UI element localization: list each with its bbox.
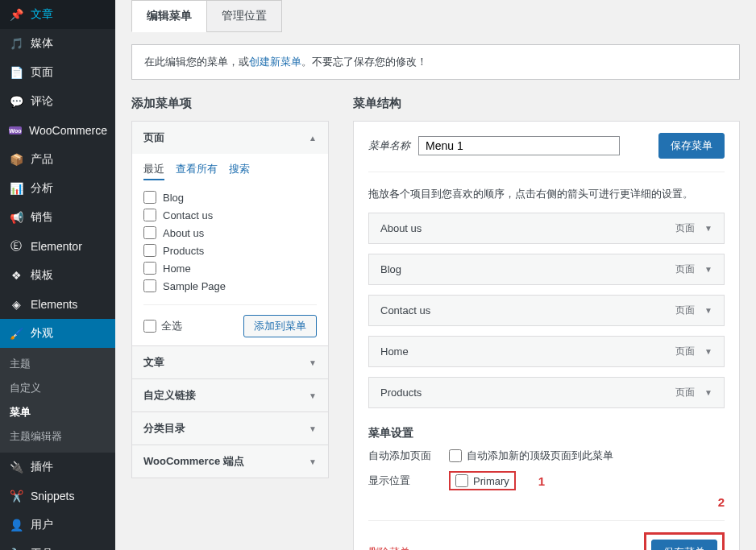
- sidebar-item-users[interactable]: 👤用户: [0, 511, 115, 540]
- accordion-categories: 分类目录 ▼: [131, 411, 329, 445]
- accordion-pages-header[interactable]: 页面 ▲: [132, 122, 328, 154]
- tab-edit-menu[interactable]: 编辑菜单: [131, 0, 207, 32]
- brush-icon: 🖌️: [8, 325, 24, 341]
- caret-down-icon: ▼: [704, 224, 712, 233]
- auto-add-label: 自动添加页面: [368, 449, 433, 463]
- save-menu-button-top[interactable]: 保存菜单: [658, 133, 725, 159]
- help-text: 拖放各个项目到您喜欢的顺序，点击右侧的箭头可进行更详细的设置。: [368, 187, 725, 201]
- snippets-icon: ✂️: [8, 488, 24, 504]
- accordion-categories-header[interactable]: 分类目录 ▼: [132, 412, 328, 445]
- sidebar-item-comments[interactable]: 💬评论: [0, 87, 115, 116]
- caret-down-icon: ▼: [309, 457, 317, 466]
- accordion-pages: 页面 ▲ 最近 查看所有 搜索 Blog Contact us About us: [131, 121, 329, 346]
- sidebar-item-snippets[interactable]: ✂️Snippets: [0, 482, 115, 511]
- elementor-icon: Ⓔ: [8, 238, 24, 254]
- menu-item-contact[interactable]: Contact us 页面▼: [368, 295, 725, 326]
- subtab-view-all[interactable]: 查看所有: [176, 162, 218, 180]
- subtab-search[interactable]: 搜索: [229, 162, 250, 180]
- marketing-icon: 📢: [8, 209, 24, 225]
- structure-title: 菜单结构: [353, 96, 740, 111]
- caret-down-icon: ▼: [704, 388, 712, 397]
- sidebar-item-woocommerce[interactable]: WooWooCommerce: [0, 116, 115, 145]
- menu-name-input[interactable]: [418, 136, 620, 155]
- menu-panel: 菜单名称 保存菜单 拖放各个项目到您喜欢的顺序，点击右侧的箭头可进行更详细的设置…: [353, 121, 740, 550]
- template-icon: ❖: [8, 267, 24, 283]
- caret-down-icon: ▼: [309, 358, 317, 367]
- check-home[interactable]: [143, 262, 156, 275]
- create-menu-link[interactable]: 创建新菜单: [249, 56, 301, 68]
- caret-down-icon: ▼: [309, 424, 317, 433]
- page-icon: 📄: [8, 64, 24, 81]
- sidebar-item-media[interactable]: 🎵媒体: [0, 29, 115, 58]
- menu-name-label: 菜单名称: [368, 139, 410, 153]
- menu-settings-title: 菜单设置: [368, 426, 725, 440]
- delete-menu-link[interactable]: 删除菜单: [368, 545, 410, 550]
- annotation-2: 2: [718, 495, 725, 509]
- accordion-custom-links-header[interactable]: 自定义链接 ▼: [132, 379, 328, 411]
- woo-icon: Woo: [8, 122, 23, 139]
- info-notice: 在此编辑您的菜单，或创建新菜单。不要忘了保存您的修改！: [131, 44, 740, 80]
- sidebar-item-marketing[interactable]: 📢销售: [0, 203, 115, 232]
- check-products[interactable]: [143, 244, 156, 257]
- nav-tabs: 编辑菜单 管理位置: [131, 0, 740, 32]
- pin-icon: 📌: [8, 6, 24, 23]
- accordion-custom-links: 自定义链接 ▼: [131, 378, 329, 412]
- accordion-posts: 文章 ▼: [131, 345, 329, 379]
- sidebar-item-posts[interactable]: 📌文章: [0, 0, 115, 29]
- check-about[interactable]: [143, 226, 156, 239]
- admin-sidebar: 📌文章 🎵媒体 📄页面 💬评论 WooWooCommerce 📦产品 📊分析 📢…: [0, 0, 115, 550]
- accordion-woo-endpoints: WooCommerce 端点 ▼: [131, 445, 329, 478]
- sidebar-item-tools[interactable]: 🔧工具: [0, 540, 115, 550]
- page-checklist: Blog Contact us About us Products Home S…: [143, 188, 317, 295]
- comment-icon: 💬: [8, 93, 24, 110]
- annotation-1: 1: [538, 474, 545, 488]
- sidebar-sub-themes[interactable]: 主题: [0, 352, 115, 376]
- subtab-recent[interactable]: 最近: [143, 162, 164, 180]
- annotation-box-2: 保存菜单: [644, 532, 725, 550]
- sidebar-item-templates[interactable]: ❖模板: [0, 261, 115, 290]
- auto-add-checkbox[interactable]: [449, 449, 462, 462]
- sidebar-item-plugins[interactable]: 🔌插件: [0, 453, 115, 482]
- sidebar-item-appearance[interactable]: 🖌️外观: [0, 319, 115, 348]
- analytics-icon: 📊: [8, 180, 24, 196]
- user-icon: 👤: [8, 517, 24, 533]
- annotation-box-1: Primary: [449, 471, 516, 490]
- main-content: 编辑菜单 管理位置 在此编辑您的菜单，或创建新菜单。不要忘了保存您的修改！ 添加…: [115, 0, 756, 550]
- sidebar-item-products[interactable]: 📦产品: [0, 145, 115, 174]
- sidebar-submenu: 主题 自定义 菜单 主题编辑器: [0, 348, 115, 453]
- caret-down-icon: ▼: [704, 347, 712, 356]
- svg-text:Woo: Woo: [9, 128, 21, 134]
- sidebar-sub-customize[interactable]: 自定义: [0, 376, 115, 400]
- elements-icon: ◈: [8, 296, 24, 312]
- add-to-menu-button[interactable]: 添加到菜单: [243, 315, 317, 337]
- menu-item-blog[interactable]: Blog 页面▼: [368, 254, 725, 285]
- menu-item-products[interactable]: Products 页面▼: [368, 377, 725, 408]
- menu-item-about[interactable]: About us 页面▼: [368, 213, 725, 244]
- menu-item-home[interactable]: Home 页面▼: [368, 336, 725, 367]
- sidebar-item-elementor[interactable]: ⒺElementor: [0, 232, 115, 261]
- sidebar-item-pages[interactable]: 📄页面: [0, 58, 115, 87]
- add-items-title: 添加菜单项: [131, 96, 329, 111]
- accordion-woo-endpoints-header[interactable]: WooCommerce 端点 ▼: [132, 445, 328, 478]
- product-icon: 📦: [8, 151, 24, 167]
- check-blog[interactable]: [143, 191, 156, 204]
- sidebar-item-analytics[interactable]: 📊分析: [0, 174, 115, 203]
- select-all-checkbox[interactable]: [143, 320, 156, 333]
- caret-down-icon: ▼: [309, 391, 317, 400]
- media-icon: 🎵: [8, 35, 24, 52]
- check-sample[interactable]: [143, 279, 156, 292]
- display-location-label: 显示位置: [368, 473, 433, 488]
- sidebar-sub-menus[interactable]: 菜单: [0, 400, 115, 424]
- accordion-posts-header[interactable]: 文章 ▼: [132, 346, 328, 378]
- caret-up-icon: ▲: [309, 134, 317, 143]
- caret-down-icon: ▼: [704, 265, 712, 274]
- primary-checkbox[interactable]: [455, 474, 468, 487]
- caret-down-icon: ▼: [704, 306, 712, 315]
- tools-icon: 🔧: [8, 546, 24, 550]
- plugin-icon: 🔌: [8, 459, 24, 475]
- sidebar-sub-theme-editor[interactable]: 主题编辑器: [0, 424, 115, 449]
- check-contact[interactable]: [143, 209, 156, 221]
- sidebar-item-elements[interactable]: ◈Elements: [0, 290, 115, 319]
- save-menu-button-bottom[interactable]: 保存菜单: [651, 540, 717, 550]
- tab-manage-locations[interactable]: 管理位置: [206, 0, 282, 32]
